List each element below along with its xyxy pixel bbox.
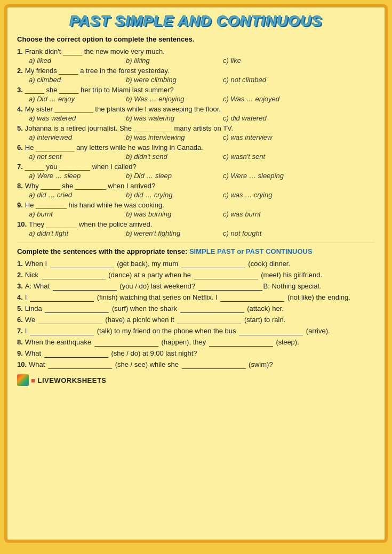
question-num: 6. <box>17 143 23 151</box>
question-text: 7._____ you ________ when I called? <box>17 163 375 171</box>
question-num: 8. <box>17 338 23 346</box>
option: a) didn't fight <box>29 229 125 237</box>
option: c) not fought <box>223 229 319 237</box>
section2-item: 7.I (talk) to my friend on the phone whe… <box>17 327 375 335</box>
options-row: a) interviewedb) was interviewingc) was … <box>17 133 375 141</box>
option: c) did watered <box>223 114 319 122</box>
option: a) liked <box>29 57 125 65</box>
blank <box>181 260 245 268</box>
section2-item: 5.Linda (surf) when the shark (attack) h… <box>17 304 375 313</box>
option: c) Were … sleeping <box>223 172 319 180</box>
question-item: 4.My sister __________ the plants while … <box>17 105 375 122</box>
option: c) was burnt <box>223 210 319 218</box>
section2-item: 1.When I (get back), my mum (cook) dinne… <box>17 260 375 268</box>
question-item: 5.Johanna is a retired journalist. She _… <box>17 124 375 141</box>
option: b) Was … enjoying <box>126 95 222 103</box>
question-num: 3. <box>17 282 23 290</box>
blank <box>48 360 112 369</box>
option: a) Were … sleep <box>29 172 125 180</box>
question-num: 5. <box>17 124 23 132</box>
blank <box>220 293 284 302</box>
liveworksheets-logo: ■ LIVEWORKSHEETS <box>17 374 107 386</box>
section2-item: 6.We (have) a picnic when it (start) to … <box>17 316 375 324</box>
section2-questions: 1.When I (get back), my mum (cook) dinne… <box>17 260 375 369</box>
section2-item: 2.Nick (dance) at a party when he (meet)… <box>17 271 375 279</box>
option: a) climbed <box>29 76 125 84</box>
question-text: 4.My sister __________ the plants while … <box>17 105 375 113</box>
section1-instruction: Choose the correct option to complete th… <box>17 35 375 43</box>
question-num: 4. <box>17 105 23 113</box>
logo-text: ■ LIVEWORKSHEETS <box>31 376 107 384</box>
option: b) liking <box>126 57 222 65</box>
question-num: 3. <box>17 86 23 94</box>
question-num: 7. <box>17 327 23 335</box>
section2-item: 3.A: What (you / do) last weekend? B: No… <box>17 282 375 291</box>
section1: Choose the correct option to complete th… <box>17 35 375 237</box>
blank <box>198 282 262 291</box>
question-item: 3._____ she _____ her trip to Miami last… <box>17 86 375 103</box>
blank <box>182 360 246 369</box>
option: b) was watering <box>126 114 222 122</box>
question-item: 8.Why _____ she ________ when I arrived?… <box>17 182 375 199</box>
blank <box>194 271 258 279</box>
section2-item: 8.When the earthquake (happen), they (sl… <box>17 338 375 347</box>
option: a) was watered <box>29 114 125 122</box>
footer: ■ LIVEWORKSHEETS <box>17 374 375 386</box>
option: c) wasn't sent <box>223 152 319 160</box>
question-text: 5.Johanna is a retired journalist. She _… <box>17 124 375 132</box>
blank <box>45 304 109 313</box>
option: c) like <box>223 57 319 65</box>
question-num: 1. <box>17 47 23 55</box>
question-num: 4. <box>17 293 23 301</box>
options-row: a) Did … enjoyb) Was … enjoyingc) Was … … <box>17 95 375 103</box>
question-item: 6.He __________ any letters while he was… <box>17 143 375 160</box>
option: b) Did … sleep <box>126 172 222 180</box>
question-num: 2. <box>17 271 23 279</box>
options-row: a) climbedb) were climbingc) not climbed <box>17 76 375 84</box>
logo-icon <box>17 374 29 386</box>
blank <box>42 271 106 279</box>
question-num: 8. <box>17 182 23 190</box>
option: c) was … crying <box>223 191 319 199</box>
question-num: 2. <box>17 67 23 75</box>
question-num: 9. <box>17 201 23 209</box>
section2: Complete the sentences with the appropri… <box>17 247 375 369</box>
option: b) didn't send <box>126 152 222 160</box>
worksheet-container: PAST SIMPLE AND CONTINUOUS Choose the co… <box>4 4 388 543</box>
blank <box>30 293 94 302</box>
question-text: 6.He __________ any letters while he was… <box>17 143 375 151</box>
option: a) did … cried <box>29 191 125 199</box>
options-row: a) did … criedb) did … cryingc) was … cr… <box>17 191 375 199</box>
question-text: 2.My friends _____ a tree in the forest … <box>17 67 375 75</box>
options-row: a) burntb) was burningc) was burnt <box>17 210 375 218</box>
section1-questions: 1.Frank didn't _____ the new movie very … <box>17 47 375 237</box>
option: a) interviewed <box>29 133 125 141</box>
question-item: 10.They ________ when the police arrived… <box>17 220 375 237</box>
question-num: 9. <box>17 349 23 357</box>
question-item: 2.My friends _____ a tree in the forest … <box>17 67 375 84</box>
blank <box>94 338 158 347</box>
blank <box>44 349 108 358</box>
option: b) were climbing <box>126 76 222 84</box>
question-text: 10.They ________ when the police arrived… <box>17 220 375 228</box>
blank <box>177 316 241 324</box>
options-row: a) not sentb) didn't sendc) wasn't sent <box>17 152 375 160</box>
option: b) was interviewing <box>126 133 222 141</box>
question-item: 1.Frank didn't _____ the new movie very … <box>17 47 375 65</box>
blank <box>239 327 303 335</box>
options-row: a) was wateredb) was wateringc) did wate… <box>17 114 375 122</box>
options-row: a) didn't fightb) weren't fightingc) not… <box>17 229 375 237</box>
question-text: 3._____ she _____ her trip to Miami last… <box>17 86 375 94</box>
option: b) was burning <box>126 210 222 218</box>
blank <box>209 338 273 347</box>
question-item: 9.He ________ his hand while he was cook… <box>17 201 375 218</box>
question-num: 1. <box>17 260 23 268</box>
option: c) Was … enjoyed <box>223 95 319 103</box>
blank <box>30 327 94 335</box>
blank <box>38 316 102 324</box>
section2-item: 9.What (she / do) at 9:00 last night? <box>17 349 375 358</box>
question-num: 10. <box>17 360 27 368</box>
option: a) not sent <box>29 152 125 160</box>
section2-item: 10.What (she / see) while she (swim)? <box>17 360 375 369</box>
blank <box>180 304 244 313</box>
